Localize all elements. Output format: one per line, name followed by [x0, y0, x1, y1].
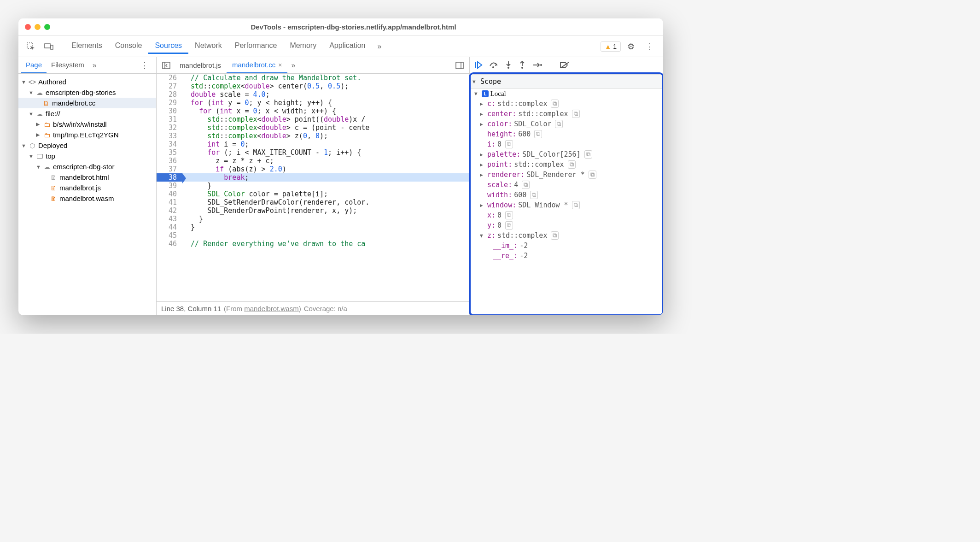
device-toolbar-icon[interactable] — [41, 40, 57, 53]
line-number[interactable]: 46 — [157, 240, 182, 248]
code-line[interactable]: 28 double scale = 4.0; — [157, 90, 469, 99]
tree-folder[interactable]: ▶🗀b/s/w/ir/x/w/install — [18, 119, 156, 130]
code-line[interactable]: 44 } — [157, 223, 469, 231]
nav-tab-page[interactable]: Page — [21, 57, 47, 73]
scope-var[interactable]: ▶window: SDL_Window *⧉ — [471, 200, 662, 210]
scope-var[interactable]: ▶renderer: SDL_Renderer *⧉ — [471, 170, 662, 180]
line-number[interactable]: 41 — [157, 198, 182, 206]
scope-var[interactable]: height: 600⧉ — [471, 129, 662, 139]
line-number[interactable]: 43 — [157, 215, 182, 223]
scope-var[interactable]: ▶color: SDL_Color⧉ — [471, 119, 662, 129]
memory-icon[interactable]: ⧉ — [551, 231, 559, 240]
scope-var-child[interactable]: __re_: -2 — [471, 251, 662, 261]
scope-var-child[interactable]: __im_: -2 — [471, 241, 662, 251]
settings-icon[interactable]: ⚙ — [623, 40, 639, 53]
line-number[interactable]: 34 — [157, 140, 182, 148]
line-number[interactable]: 37 — [157, 165, 182, 173]
file-tab[interactable]: mandelbrot.js — [174, 57, 227, 73]
code-line[interactable]: 45 — [157, 231, 469, 240]
tree-top[interactable]: ▼top — [18, 151, 156, 161]
tree-origin[interactable]: ▼☁emscripten-dbg-stor — [18, 161, 156, 172]
code-editor[interactable]: 26 // Calculate and draw the Mandelbrot … — [157, 74, 469, 301]
memory-icon[interactable]: ⧉ — [568, 160, 576, 169]
scope-var[interactable]: ▶palette: SDL_Color[256]⧉ — [471, 149, 662, 159]
kebab-menu-icon[interactable]: ⋮ — [641, 40, 659, 53]
code-line[interactable]: 37 if (abs(z) > 2.0) — [157, 165, 469, 173]
tree-file[interactable]: 🗎mandelbrot.wasm — [18, 193, 156, 204]
memory-icon[interactable]: ⧉ — [505, 211, 513, 219]
code-line[interactable]: 27 std::complex<double> center(0.5, 0.5)… — [157, 82, 469, 90]
line-number[interactable]: 33 — [157, 132, 182, 140]
line-number[interactable]: 40 — [157, 190, 182, 198]
tree-file[interactable]: 🗎mandelbrot.html — [18, 172, 156, 183]
source-map-link[interactable]: mandelbrot.wasm — [244, 305, 298, 312]
line-number[interactable]: 35 — [157, 148, 182, 157]
line-number[interactable]: 29 — [157, 99, 182, 107]
step-icon[interactable] — [532, 62, 542, 68]
memory-icon[interactable]: ⧉ — [551, 100, 559, 108]
memory-icon[interactable]: ⧉ — [522, 181, 530, 189]
code-line[interactable]: 43 } — [157, 215, 469, 223]
more-nav-tabs-icon[interactable]: » — [89, 59, 100, 71]
more-file-tabs-icon[interactable]: » — [287, 59, 299, 71]
memory-icon[interactable]: ⧉ — [534, 130, 542, 138]
code-line[interactable]: 33 std::complex<double> z(0, 0); — [157, 132, 469, 140]
toggle-navigator-icon[interactable] — [158, 59, 174, 72]
line-number[interactable]: 42 — [157, 206, 182, 215]
code-line[interactable]: 40 SDL_Color color = palette[i]; — [157, 190, 469, 198]
scope-var[interactable]: width: 600⧉ — [471, 190, 662, 200]
scope-local[interactable]: ▼LLocal — [471, 89, 662, 99]
code-line[interactable]: 30 for (int x = 0; x < width; x++) { — [157, 107, 469, 115]
code-line[interactable]: 41 SDL_SetRenderDrawColor(renderer, colo… — [157, 198, 469, 206]
scope-var[interactable]: ▶center: std::complex⧉ — [471, 109, 662, 119]
memory-icon[interactable]: ⧉ — [555, 120, 563, 128]
scope-var[interactable]: ▶c: std::complex⧉ — [471, 99, 662, 109]
step-into-icon[interactable] — [505, 61, 512, 69]
code-line[interactable]: 46 // Render everything we've drawn to t… — [157, 240, 469, 248]
tree-folder[interactable]: ▶🗀tmp/tmp.ELcTq2YGN — [18, 130, 156, 140]
code-line[interactable]: 32 std::complex<double> c = (point - cen… — [157, 124, 469, 132]
tree-file[interactable]: 🗎mandelbrot.js — [18, 183, 156, 193]
line-number[interactable]: 39 — [157, 182, 182, 190]
memory-icon[interactable]: ⧉ — [572, 201, 580, 209]
tab-performance[interactable]: Performance — [228, 39, 284, 54]
more-tabs-icon[interactable]: » — [373, 41, 385, 53]
line-number[interactable]: 32 — [157, 124, 182, 132]
warnings-badge[interactable]: ▲1 — [601, 41, 621, 52]
tab-sources[interactable]: Sources — [148, 39, 188, 54]
line-number[interactable]: 36 — [157, 157, 182, 165]
line-number[interactable]: 38 — [157, 173, 182, 182]
code-line[interactable]: 42 SDL_RenderDrawPoint(renderer, x, y); — [157, 206, 469, 215]
tab-memory[interactable]: Memory — [283, 39, 323, 54]
code-line[interactable]: 29 for (int y = 0; y < height; y++) { — [157, 99, 469, 107]
scope-var[interactable]: x: 0⧉ — [471, 210, 662, 220]
zoom-window-button[interactable] — [44, 24, 50, 30]
code-line[interactable]: 39 } — [157, 182, 469, 190]
scope-var[interactable]: ▼z: std::complex⧉ — [471, 230, 662, 241]
line-number[interactable]: 26 — [157, 74, 182, 82]
code-line[interactable]: 26 // Calculate and draw the Mandelbrot … — [157, 74, 469, 82]
minimize-window-button[interactable] — [35, 24, 41, 30]
line-number[interactable]: 31 — [157, 115, 182, 124]
line-number[interactable]: 27 — [157, 82, 182, 90]
file-tab[interactable]: mandelbrot.cc× — [227, 57, 287, 73]
memory-icon[interactable]: ⧉ — [589, 171, 596, 179]
tree-file-scheme[interactable]: ▼☁file:// — [18, 108, 156, 119]
inspect-icon[interactable] — [23, 40, 39, 53]
tab-network[interactable]: Network — [188, 39, 228, 54]
tab-application[interactable]: Application — [323, 39, 372, 54]
code-line[interactable]: 34 int i = 0; — [157, 140, 469, 148]
close-tab-icon[interactable]: × — [278, 61, 282, 69]
scope-var[interactable]: y: 0⧉ — [471, 220, 662, 230]
code-line[interactable]: 38 break; — [157, 173, 469, 182]
memory-icon[interactable]: ⧉ — [505, 140, 513, 148]
memory-icon[interactable]: ⧉ — [530, 191, 538, 199]
line-number[interactable]: 45 — [157, 231, 182, 240]
step-over-icon[interactable] — [489, 61, 498, 69]
line-number[interactable]: 30 — [157, 107, 182, 115]
scope-header[interactable]: ▼Scope — [469, 74, 663, 89]
code-line[interactable]: 36 z = z * z + c; — [157, 157, 469, 165]
tree-authored[interactable]: ▼<>Authored — [18, 77, 156, 87]
tab-elements[interactable]: Elements — [65, 39, 109, 54]
code-line[interactable]: 35 for (; i < MAX_ITER_COUNT - 1; i++) { — [157, 148, 469, 157]
